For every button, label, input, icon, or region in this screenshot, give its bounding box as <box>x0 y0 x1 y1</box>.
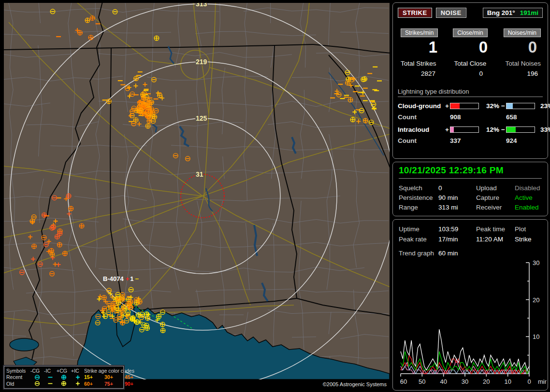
trend-graph-value: 60 min <box>438 250 542 257</box>
legend-age-15+: 15+ <box>84 374 104 380</box>
strike-cgp <box>120 321 125 325</box>
total-close-value: 0 <box>479 70 494 77</box>
minus-pct: 33% <box>535 126 550 133</box>
strike-cgp <box>145 124 150 128</box>
strike-cgp <box>145 114 150 119</box>
svg-text:40: 40 <box>440 378 447 385</box>
legend-symbol-cgm <box>30 374 44 380</box>
receiver-value: Enabled <box>515 204 542 211</box>
session-panel: Uptime 103:59 Peak time Plot Peak rate 1… <box>392 219 548 391</box>
legend-symbol-cgp <box>57 374 71 380</box>
total-close-label: Total Close <box>454 60 487 67</box>
legend-age-75+: 75+ <box>104 381 125 387</box>
strike-cgp <box>160 328 165 333</box>
squelch-label: Squelch <box>399 184 438 192</box>
lightning-map[interactable]: 31321912531 B-4074+1− ©2005 Astrogenic S… <box>4 3 390 389</box>
dist-label: Intracloud <box>398 126 444 133</box>
close-per-min-chip: Close/min <box>453 28 487 37</box>
uptime-value: 103:59 <box>438 225 476 233</box>
strike-cgp <box>348 98 353 102</box>
plus-count: 337 <box>450 137 479 144</box>
strike-cgp <box>55 235 60 239</box>
bearing-value: Bng 201° <box>487 9 515 16</box>
total-strikes-label: Total Strikes <box>401 60 436 67</box>
stats-panel: STRIKE NOISE Bng 201°191mi Strikes/min 1… <box>392 2 548 159</box>
strike-cgp <box>66 194 71 198</box>
strike-cgp <box>78 30 83 35</box>
trend-setting: Trend graph 60 min <box>399 250 542 257</box>
upload-label: Upload <box>476 184 515 192</box>
strike-cgp <box>102 295 107 300</box>
legend-header-1: -CG <box>30 368 44 374</box>
minus-bar <box>506 126 535 133</box>
strike-cgp <box>346 81 350 85</box>
receiver-label: Receiver <box>476 204 515 211</box>
legend-header-3: +CG <box>57 368 71 374</box>
svg-text:10: 10 <box>533 333 539 340</box>
strike-cgp <box>133 118 138 123</box>
legend-symbol-icp <box>71 380 84 387</box>
ring-label-31: 31 <box>196 170 203 178</box>
legend-symbol-cgm <box>30 380 44 387</box>
status-panel: 10/21/2025 12:29:16 PM Squelch 0 Upload … <box>392 162 548 216</box>
distribution-row-1: Intracloud+12%−33% <box>398 126 543 133</box>
rate-columns: Strikes/min 1 Total Strikes 2827 Close/m… <box>398 28 543 77</box>
distribution-count-row-0: Count908658 <box>398 113 543 121</box>
trend-graph-label: Trend graph <box>399 250 438 257</box>
minus-count: 658 <box>506 113 535 121</box>
dist-label: Cloud-ground <box>398 102 444 110</box>
bearing-readout: Bng 201°191mi <box>483 8 543 18</box>
legend-symbol-cgp <box>57 380 71 387</box>
strike-cgp <box>88 35 93 40</box>
strikes-column: Strikes/min 1 Total Strikes 2827 <box>398 28 446 77</box>
noises-per-min-chip: Noises/min <box>504 28 541 37</box>
trend-graph-chart: 1020306050403020100min <box>399 259 547 388</box>
svg-text:30: 30 <box>462 378 468 385</box>
peak-rate-label: Peak rate <box>399 236 438 243</box>
strike-cgp <box>58 242 62 247</box>
strike-mode-button[interactable]: STRIKE <box>398 8 432 18</box>
plus-count: 908 <box>450 113 479 121</box>
legend-header-0: Symbols <box>6 368 30 374</box>
legend-age-90+: 90+ <box>125 381 145 387</box>
upload-value: Disabled <box>515 184 542 192</box>
strike-cgp <box>32 244 37 249</box>
strike-cgp <box>141 92 145 97</box>
noises-column: Noises/min 0 Total Noises 196 <box>494 28 543 77</box>
legend-header-4: +IC <box>71 368 84 374</box>
noise-mode-button[interactable]: NOISE <box>436 8 466 18</box>
strike-cgp <box>90 16 95 21</box>
strike-cgp <box>134 300 139 305</box>
side-panel: STRIKE NOISE Bng 201°191mi Strikes/min 1… <box>392 2 548 391</box>
strike-cgp <box>154 36 159 41</box>
trend-series-cloud-ground-neg <box>401 363 529 374</box>
svg-text:50: 50 <box>419 378 425 385</box>
distribution-row-0: Cloud-ground+32%−23% <box>398 102 543 110</box>
persistence-value: 90 min <box>438 194 476 201</box>
plot-value: Strike <box>515 236 542 243</box>
distance-value: 191mi <box>520 9 538 16</box>
map-canvas[interactable]: 31321912531 B-4074+1− <box>4 3 390 379</box>
plus-bar <box>450 126 479 133</box>
count-label: Count <box>398 137 444 144</box>
minus-count: 924 <box>506 137 535 144</box>
trend-series-total <box>401 329 529 370</box>
svg-text:0: 0 <box>527 378 531 385</box>
plot-label: Plot <box>515 225 542 233</box>
distribution-rows: Cloud-ground+32%−23%Count908658Intraclou… <box>398 102 543 144</box>
legend-age-45+: 45+ <box>125 374 145 380</box>
strike-cgp <box>63 251 68 256</box>
capture-value: Active <box>515 194 542 201</box>
status-grid: Squelch 0 Upload Disabled Persistence 90… <box>399 184 542 211</box>
strike-cgp <box>137 299 142 304</box>
distribution-count-row-1: Count337924 <box>398 137 543 144</box>
legend-symbol-icp <box>71 374 84 380</box>
svg-text:30: 30 <box>533 259 539 266</box>
nexstorm-window: 31321912531 B-4074+1− ©2005 Astrogenic S… <box>0 0 550 392</box>
strike-cgp <box>130 317 135 322</box>
legend-symbol-icm <box>44 380 57 387</box>
strike-cgp <box>128 300 133 305</box>
strike-cgp <box>79 224 84 228</box>
strike-cgp <box>85 18 90 23</box>
strike-cgp <box>51 225 56 230</box>
